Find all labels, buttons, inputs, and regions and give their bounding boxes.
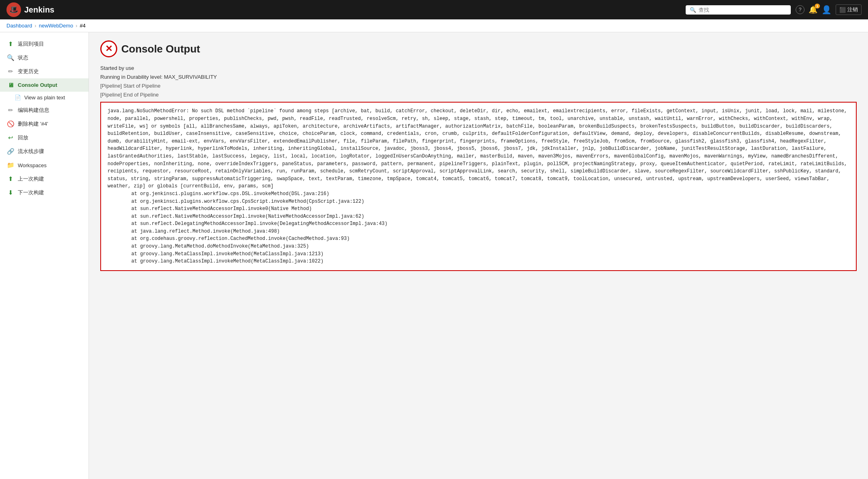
no-entry-icon: 🚫	[6, 120, 15, 128]
stack-trace-2: at sun.reflect.NativeMethodAccessorImpl.…	[108, 205, 849, 213]
stack-trace-8: at groovy.lang.MetaClassImpl.invokeMetho…	[108, 250, 849, 258]
sidebar-label-delete-build: 删除构建 '#4'	[18, 120, 48, 128]
layout: ⬆ 返回到项目 🔍 状态 ✏ 变更历史 🖥 Console Output 📄 V…	[0, 32, 868, 479]
sidebar-item-back-to-project[interactable]: ⬆ 返回到项目	[0, 37, 89, 51]
meta-line-0: Started by use	[100, 64, 857, 73]
sidebar-label-edit-build-info: 编辑构建信息	[18, 107, 49, 114]
stack-trace-0: at org.jenkinsci.plugins.workflow.cps.DS…	[108, 190, 849, 198]
sidebar-item-pipeline-steps[interactable]: 🔗 流水线步骤	[0, 145, 89, 158]
sidebar-label-back-to-project: 返回到项目	[18, 40, 44, 48]
edit-icon: ✏	[6, 68, 15, 75]
user-avatar[interactable]: 👤	[822, 5, 832, 15]
error-main-text: java.lang.NoSuchMethodError: No such DSL…	[108, 108, 847, 189]
sidebar-label-next-build: 下一次构建	[18, 189, 44, 196]
sidebar-label-console-output: Console Output	[18, 82, 57, 88]
breadcrumb-sep-1: ›	[35, 23, 36, 29]
sidebar-label-prev-build: 上一次构建	[18, 175, 44, 183]
stack-trace-7: at groovy.lang.MetaMethod.doMethodInvoke…	[108, 243, 849, 250]
topnav: 🎩 Jenkins 🔍 ? 🔔 1 👤 ⬛ 注销	[0, 0, 868, 19]
error-x-symbol: ✕	[105, 44, 112, 54]
breadcrumb-dashboard[interactable]: Dashboard	[6, 23, 32, 29]
sidebar: ⬆ 返回到项目 🔍 状态 ✏ 变更历史 🖥 Console Output 📄 V…	[0, 32, 89, 479]
folder-icon: 📁	[6, 162, 15, 169]
sidebar-label-pipeline-steps: 流水线步骤	[18, 148, 44, 155]
meta-line-1: Running in Durability level: MAX_SURVIVA…	[100, 73, 857, 82]
sidebar-item-console-output[interactable]: 🖥 Console Output	[0, 78, 89, 92]
sidebar-item-prev-build[interactable]: ⬆ 上一次构建	[0, 172, 89, 186]
stack-trace-5: at java.lang.reflect.Method.invoke(Metho…	[108, 228, 849, 235]
doc-icon: 📄	[15, 95, 21, 101]
sidebar-item-delete-build[interactable]: 🚫 删除构建 '#4'	[0, 117, 89, 131]
breadcrumb-build: #4	[80, 23, 85, 29]
monitor-icon: 🖥	[6, 82, 15, 88]
main-content: ✕ Console Output Started by use Running …	[89, 32, 868, 479]
notification-bell[interactable]: 🔔 1	[809, 5, 817, 14]
page-title: Console Output	[121, 43, 200, 55]
pencil-icon: ✏	[6, 107, 15, 114]
search-input[interactable]	[699, 7, 787, 13]
sidebar-label-workspaces: Workspaces	[18, 162, 46, 168]
sidebar-label-rebuild: 回放	[18, 134, 28, 141]
chain-icon: 🔗	[6, 148, 15, 155]
sidebar-item-view-plain-text[interactable]: 📄 View as plain text	[0, 92, 89, 103]
logout-button[interactable]: ⬛ 注销	[836, 4, 862, 15]
sidebar-item-rebuild[interactable]: ↩ 回放	[0, 131, 89, 145]
help-icon[interactable]: ?	[796, 5, 805, 14]
breadcrumb-sep-2: ›	[76, 23, 77, 29]
sidebar-item-workspaces[interactable]: 📁 Workspaces	[0, 158, 89, 172]
jenkins-hat-icon: 🎩	[6, 2, 21, 17]
replay-icon: ↩	[6, 134, 15, 141]
arrow-up-icon: ⬆	[6, 40, 15, 48]
sidebar-item-edit-build-info[interactable]: ✏ 编辑构建信息	[0, 103, 89, 117]
sidebar-label-status: 状态	[18, 54, 28, 61]
jenkins-logo[interactable]: 🎩 Jenkins	[6, 2, 54, 17]
breadcrumb-project[interactable]: newWebDemo	[39, 23, 73, 29]
search-box[interactable]: 🔍	[686, 5, 791, 15]
sidebar-item-next-build[interactable]: ⬇ 下一次构建	[0, 186, 89, 200]
breadcrumb: Dashboard › newWebDemo › #4	[0, 19, 868, 32]
output-meta: Started by use Running in Durability lev…	[100, 64, 857, 99]
sidebar-label-view-plain-text: View as plain text	[24, 95, 65, 101]
stack-trace-3: at sun.reflect.NativeMethodAccessorImpl.…	[108, 213, 849, 221]
search-icon: 🔍	[6, 54, 15, 61]
notification-badge: 1	[815, 4, 820, 8]
arrow-down-icon: ⬇	[6, 189, 15, 196]
stack-trace-9: at groovy.lang.MetaClassImpl.invokeMetho…	[108, 258, 849, 265]
stack-trace-6: at org.codehaus.groovy.reflection.Cached…	[108, 235, 849, 243]
meta-line-3: [Pipeline] End of Pipeline	[100, 90, 857, 99]
jenkins-logo-text: Jenkins	[24, 5, 54, 15]
meta-line-2: [Pipeline] Start of Pipeline	[100, 82, 857, 90]
error-circle-icon: ✕	[100, 40, 117, 57]
page-title-row: ✕ Console Output	[100, 40, 857, 57]
sidebar-item-changes[interactable]: ✏ 变更历史	[0, 65, 89, 78]
arrow-up-prev-icon: ⬆	[6, 175, 15, 183]
console-error-block: java.lang.NoSuchMethodError: No such DSL…	[100, 102, 857, 271]
topnav-icons: ? 🔔 1 👤 ⬛ 注销	[796, 4, 862, 15]
sidebar-label-changes: 变更历史	[18, 68, 39, 75]
stack-trace-1: at org.jenkinsci.plugins.workflow.cps.Cp…	[108, 198, 849, 206]
logout-icon: ⬛	[839, 7, 846, 13]
stack-trace-4: at sun.reflect.DelegatingMethodAccessorI…	[108, 220, 849, 228]
sidebar-item-status[interactable]: 🔍 状态	[0, 51, 89, 65]
logout-label: 注销	[847, 6, 858, 13]
search-icon: 🔍	[690, 7, 696, 13]
